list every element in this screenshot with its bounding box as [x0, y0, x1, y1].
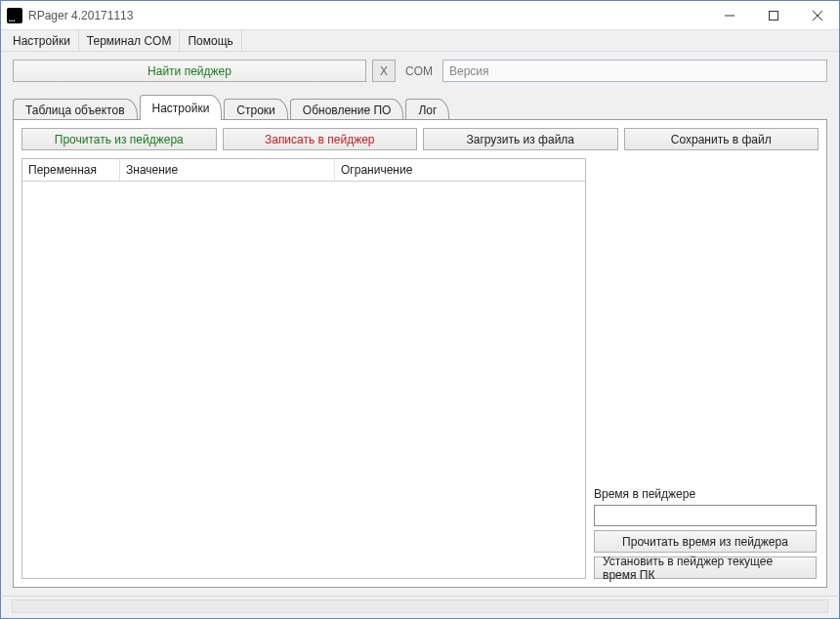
menu-settings[interactable]: Настройки — [5, 30, 79, 51]
minimize-button[interactable] — [707, 1, 751, 29]
tab-objects[interactable]: Таблица объектов — [13, 99, 138, 120]
app-window: RPager 4.20171113 Настройки Терминал COM… — [0, 0, 840, 619]
content-area: Переменная Значение Ограничение Время в … — [21, 158, 819, 579]
com-label: COM — [405, 64, 433, 78]
tab-panel-settings: Прочитать из пейджера Записать в пейджер… — [13, 119, 827, 588]
col-limit[interactable]: Ограничение — [335, 159, 585, 181]
set-pc-time-button[interactable]: Установить в пейджер текущее время ПК — [594, 557, 817, 579]
action-row: Прочитать из пейджера Записать в пейджер… — [21, 128, 819, 150]
save-to-file-button[interactable]: Сохранить в файл — [624, 128, 819, 150]
write-to-pager-button[interactable]: Записать в пейджер — [223, 128, 418, 150]
read-from-pager-button[interactable]: Прочитать из пейджера — [21, 128, 217, 150]
svg-rect-1 — [769, 11, 777, 20]
tab-strings[interactable]: Строки — [224, 99, 287, 120]
tab-log[interactable]: Лог — [405, 99, 449, 120]
window-title: RPager 4.20171113 — [28, 9, 133, 22]
menu-help[interactable]: Помощь — [180, 30, 241, 51]
statusbar — [2, 596, 838, 617]
close-button[interactable] — [795, 1, 839, 29]
grid-body[interactable] — [22, 182, 585, 578]
time-panel: Время в пейджере Прочитать время из пейд… — [594, 158, 817, 579]
menu-terminal[interactable]: Терминал COM — [79, 30, 181, 51]
maximize-button[interactable] — [751, 1, 795, 29]
pager-time-input[interactable] — [594, 505, 817, 526]
read-time-button[interactable]: Прочитать время из пейджера — [594, 530, 817, 553]
connection-row: Найти пейджер X COM Версия — [1, 52, 839, 90]
tab-settings[interactable]: Настройки — [140, 95, 223, 120]
grid-header: Переменная Значение Ограничение — [22, 159, 585, 182]
titlebar: RPager 4.20171113 — [1, 1, 839, 30]
find-pager-button[interactable]: Найти пейджер — [13, 60, 366, 82]
window-controls — [707, 1, 839, 29]
close-port-button[interactable]: X — [372, 60, 396, 82]
pager-time-label: Время в пейджере — [594, 487, 817, 501]
col-value[interactable]: Значение — [120, 159, 335, 181]
col-variable[interactable]: Переменная — [22, 159, 120, 181]
app-icon — [7, 8, 22, 23]
settings-grid[interactable]: Переменная Значение Ограничение — [21, 158, 586, 579]
version-field: Версия — [442, 60, 827, 82]
load-from-file-button[interactable]: Загрузить из файла — [423, 128, 618, 150]
statusbar-inner — [12, 599, 828, 613]
tabstrip: Таблица объектов Настройки Строки Обновл… — [1, 92, 839, 119]
menubar: Настройки Терминал COM Помощь — [1, 30, 839, 52]
tab-firmware[interactable]: Обновление ПО — [290, 99, 404, 120]
